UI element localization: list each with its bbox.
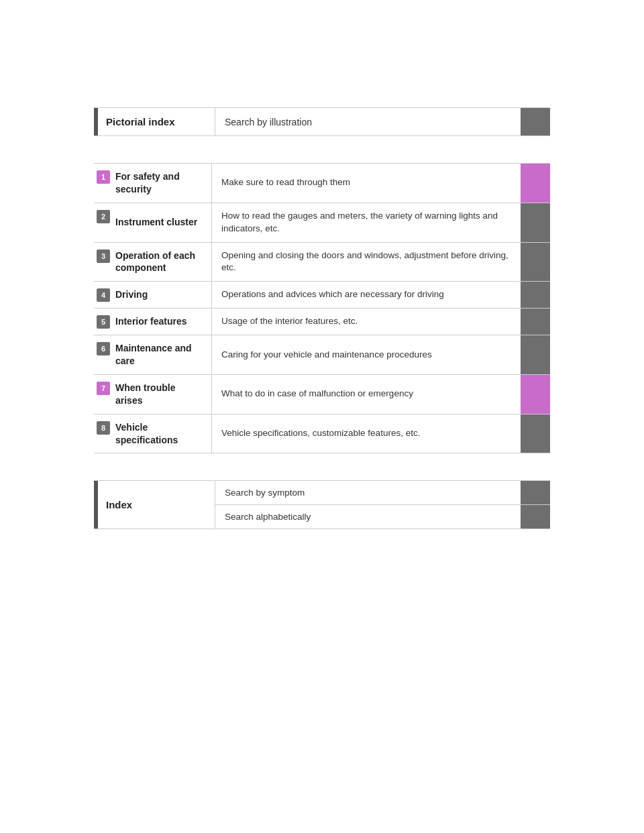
chapter-row-3[interactable]: 3 Operation of each component Opening an…: [94, 242, 550, 282]
chapter-num-cell-1: 1: [94, 164, 113, 203]
chapter-desc-6: Caring for your vehicle and maintenance …: [212, 335, 521, 374]
index-rows-col: Search by symptomSearch alphabetically: [215, 481, 550, 529]
chapter-num-cell-8: 8: [94, 414, 113, 453]
chapter-desc-7: What to do in case of malfunction or eme…: [212, 375, 521, 414]
chapter-num-cell-3: 3: [94, 243, 113, 282]
chapter-desc-5: Usage of the interior features, etc.: [212, 309, 521, 335]
chapter-row-4[interactable]: 4 Driving Operations and advices which a…: [94, 281, 550, 308]
chapter-num-cell-4: 4: [94, 282, 113, 308]
chapter-row-1[interactable]: 1 For safety and security Make sure to r…: [94, 163, 550, 203]
chapter-right-box-2: [521, 203, 550, 242]
index-sub-box-0: [521, 481, 550, 504]
chapter-num-badge-3: 3: [97, 249, 110, 263]
chapter-row-6[interactable]: 6 Maintenance and care Caring for your v…: [94, 335, 550, 374]
chapter-desc-3: Opening and closing the doors and window…: [212, 243, 521, 282]
chapter-title-8: Vehicle specifications: [113, 414, 212, 453]
pictorial-index-description: Search by illustration: [215, 108, 521, 135]
chapter-desc-1: Make sure to read through them: [212, 164, 521, 203]
chapter-right-box-8: [521, 414, 550, 453]
chapter-num-badge-4: 4: [97, 288, 110, 302]
chapter-right-box-3: [521, 243, 550, 282]
pictorial-index-right-box: [521, 108, 550, 135]
chapter-title-6: Maintenance and care: [113, 335, 212, 374]
chapter-desc-2: How to read the gauges and meters, the v…: [212, 203, 521, 242]
chapter-num-badge-2: 2: [97, 210, 110, 223]
chapter-right-box-1: [521, 164, 550, 203]
pictorial-index-row[interactable]: Pictorial index Search by illustration: [94, 107, 550, 136]
main-table-section: 1 For safety and security Make sure to r…: [94, 163, 550, 453]
index-sub-row-0[interactable]: Search by symptom: [215, 481, 550, 505]
chapter-title-3: Operation of each component: [113, 243, 212, 282]
chapter-right-box-4: [521, 282, 550, 308]
chapter-title-7: When trouble arises: [113, 375, 212, 414]
chapter-num-badge-5: 5: [97, 315, 110, 329]
chapter-row-7[interactable]: 7 When trouble arises What to do in case…: [94, 374, 550, 414]
index-sub-label-0: Search by symptom: [215, 481, 521, 504]
chapter-right-box-5: [521, 309, 550, 335]
chapter-right-box-7: [521, 375, 550, 414]
chapter-desc-8: Vehicle specifications, customizable fea…: [212, 414, 521, 453]
chapter-num-badge-7: 7: [97, 382, 110, 395]
chapter-num-cell-2: 2: [94, 203, 113, 242]
chapter-num-cell-7: 7: [94, 375, 113, 414]
page-container: Pictorial index Search by illustration 1…: [0, 107, 644, 833]
chapter-num-badge-8: 8: [97, 421, 110, 435]
chapter-right-box-6: [521, 335, 550, 374]
chapter-num-cell-6: 6: [94, 335, 113, 374]
chapter-title-5: Interior features: [113, 309, 212, 335]
chapter-title-2: Instrument cluster: [113, 203, 212, 242]
pictorial-index-title: Pictorial index: [98, 108, 215, 135]
index-section: IndexSearch by symptomSearch alphabetica…: [94, 480, 550, 529]
chapter-title-1: For safety and security: [113, 164, 212, 203]
index-sub-box-1: [521, 505, 550, 529]
chapter-desc-4: Operations and advices which are necessa…: [212, 282, 521, 308]
chapter-row-5[interactable]: 5 Interior features Usage of the interio…: [94, 308, 550, 335]
index-sub-row-1[interactable]: Search alphabetically: [215, 505, 550, 529]
chapter-row-2[interactable]: 2 Instrument cluster How to read the gau…: [94, 203, 550, 242]
chapter-row-8[interactable]: 8 Vehicle specifications Vehicle specifi…: [94, 414, 550, 454]
chapter-num-badge-1: 1: [97, 170, 110, 184]
chapter-num-badge-6: 6: [97, 342, 110, 355]
pictorial-index-section: Pictorial index Search by illustration: [94, 107, 550, 136]
index-outer-row: IndexSearch by symptomSearch alphabetica…: [94, 480, 550, 529]
index-title: Index: [98, 481, 215, 529]
chapter-num-cell-5: 5: [94, 309, 113, 335]
chapter-title-4: Driving: [113, 282, 212, 308]
index-sub-label-1: Search alphabetically: [215, 505, 521, 529]
